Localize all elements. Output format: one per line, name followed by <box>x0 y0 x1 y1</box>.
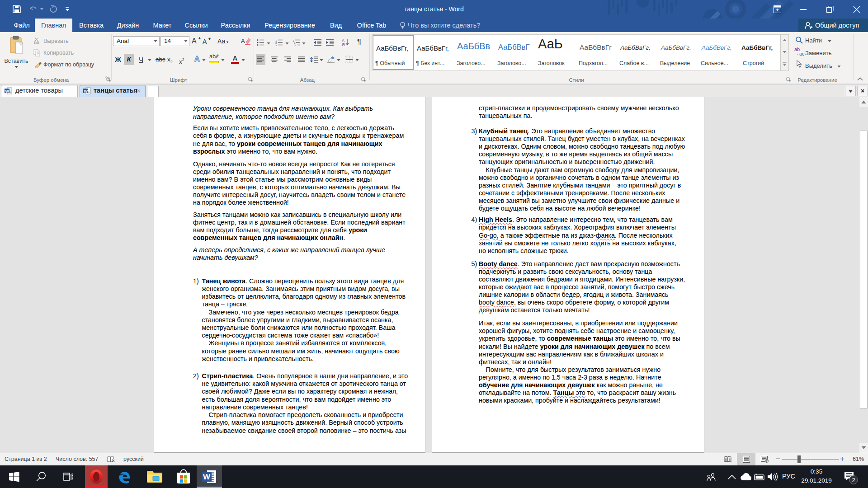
svg-text:А: А <box>241 38 245 44</box>
svg-text:i: i <box>295 44 296 47</box>
svg-text:Я: Я <box>342 42 345 46</box>
svg-text:W: W <box>84 89 88 94</box>
svg-text:W: W <box>5 89 9 94</box>
svg-text:W: W <box>203 473 211 481</box>
svg-text:3: 3 <box>275 44 277 47</box>
